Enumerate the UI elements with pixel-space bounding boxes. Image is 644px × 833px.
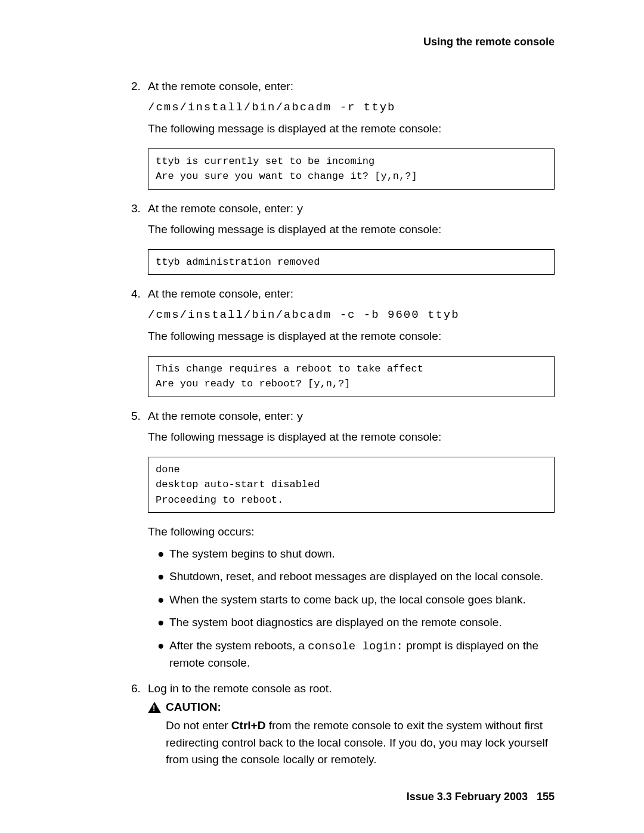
- warning-icon: [148, 702, 161, 713]
- bullet-icon: ●: [157, 592, 169, 609]
- follow-text: The following occurs:: [148, 524, 555, 541]
- step-prefix: At the remote console, enter:: [148, 202, 296, 215]
- page-header: Using the remote console: [131, 36, 555, 48]
- code-output: This change requires a reboot to take af…: [148, 356, 555, 397]
- step-text: At the remote console, enter: y: [148, 200, 555, 218]
- step-text: Log in to the remote console as root.: [148, 680, 555, 698]
- bullet-text: The system begins to shut down.: [169, 546, 555, 563]
- issue-info: Issue 3.3 February 2003: [407, 791, 528, 803]
- caution-label: CAUTION:: [166, 701, 221, 714]
- inline-command: y: [296, 203, 303, 216]
- step-message: The following message is displayed at th…: [148, 120, 555, 138]
- step-number: 3.: [131, 200, 148, 218]
- inline-command: y: [296, 410, 303, 423]
- step-3: 3. At the remote console, enter: y The f…: [131, 200, 555, 275]
- step-number: 4.: [131, 286, 148, 303]
- step-4: 4. At the remote console, enter: /cms/in…: [131, 286, 555, 397]
- bullet-icon: ●: [157, 568, 169, 586]
- step-6: 6. Log in to the remote console as root.…: [131, 680, 555, 769]
- inline-code: console login:: [308, 640, 403, 653]
- step-text: At the remote console, enter: y: [148, 408, 555, 426]
- bullet-list: ●The system begins to shut down. ●Shutdo…: [157, 546, 555, 672]
- command: /cms/install/bin/abcadm -r ttyb: [148, 99, 555, 116]
- bullet-icon: ●: [157, 637, 169, 672]
- step-text: At the remote console, enter:: [148, 286, 555, 303]
- page-footer: Issue 3.3 February 2003 155: [407, 791, 555, 803]
- page-number: 155: [537, 791, 555, 803]
- step-number: 5.: [131, 408, 148, 426]
- step-5: 5. At the remote console, enter: y The f…: [131, 408, 555, 672]
- code-output: ttyb administration removed: [148, 249, 555, 275]
- bullet-text: When the system starts to come back up, …: [169, 592, 555, 609]
- step-prefix: At the remote console, enter:: [148, 410, 296, 422]
- code-output: ttyb is currently set to be incoming Are…: [148, 148, 555, 190]
- bullet-text: After the system reboots, a console logi…: [169, 637, 555, 672]
- step-message: The following message is displayed at th…: [148, 221, 555, 239]
- step-text: At the remote console, enter:: [148, 78, 555, 95]
- bullet-text: Shutdown, reset, and reboot messages are…: [169, 568, 555, 586]
- bullet-icon: ●: [157, 546, 169, 563]
- step-message: The following message is displayed at th…: [148, 328, 555, 345]
- step-number: 6.: [131, 680, 148, 698]
- header-title: Using the remote console: [423, 36, 555, 48]
- caution-block: CAUTION: Do not enter Ctrl+D from the re…: [148, 701, 555, 769]
- bullet-text: The system boot diagnostics are displaye…: [169, 614, 555, 631]
- step-message: The following message is displayed at th…: [148, 429, 555, 446]
- step-number: 2.: [131, 78, 148, 95]
- key-combo: Ctrl+D: [231, 719, 266, 732]
- caution-text: Do not enter Ctrl+D from the remote cons…: [166, 717, 555, 769]
- bullet-icon: ●: [157, 614, 169, 631]
- document-page: Using the remote console 2. At the remot…: [0, 0, 644, 810]
- command: /cms/install/bin/abcadm -c -b 9600 ttyb: [148, 306, 555, 324]
- step-2: 2. At the remote console, enter: /cms/in…: [131, 78, 555, 190]
- code-output: done desktop auto-start disabled Proceed…: [148, 457, 555, 513]
